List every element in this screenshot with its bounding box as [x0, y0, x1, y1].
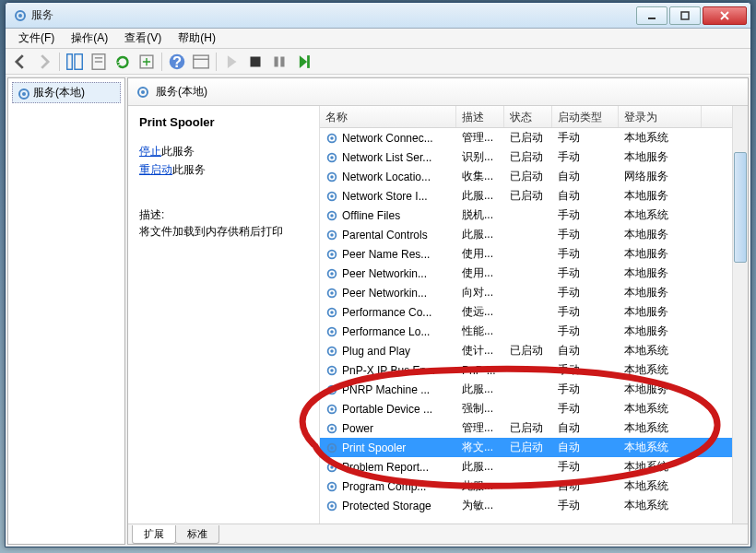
service-row[interactable]: Power管理...已启动自动本地系统	[320, 418, 748, 438]
service-row[interactable]: Offline Files脱机...手动本地系统	[320, 206, 748, 225]
forward-button[interactable]	[33, 51, 55, 73]
show-hide-tree-button[interactable]	[64, 51, 86, 73]
service-row[interactable]: Performance Co...使远...手动本地服务	[320, 302, 748, 322]
cell-startup: 手动	[552, 244, 619, 264]
cell-status: 已启动	[504, 167, 552, 186]
restart-suffix: 此服务	[172, 163, 206, 176]
service-row[interactable]: PNRP Machine ...此服...手动本地服务	[320, 380, 748, 399]
cell-startup: 手动	[552, 399, 619, 418]
list-body[interactable]: Network Connec...管理...已启动手动本地系统Network L…	[320, 128, 748, 524]
cell-startup: 手动	[552, 322, 619, 341]
stop-link[interactable]: 停止	[139, 145, 161, 158]
cell-logon: 本地服务	[619, 283, 702, 302]
service-row[interactable]: Performance Lo...性能...手动本地服务	[320, 322, 748, 341]
menu-action[interactable]: 操作(A)	[64, 29, 115, 48]
col-name[interactable]: 名称	[320, 106, 456, 127]
cell-status	[504, 272, 552, 276]
cell-desc: 使用...	[456, 264, 504, 283]
toolbar-separator	[216, 53, 217, 71]
cell-logon: 本地系统	[619, 496, 702, 515]
cell-status: 已启动	[504, 418, 552, 438]
service-row[interactable]: Program Comp...此服...自动本地系统	[320, 477, 748, 496]
col-status[interactable]: 状态	[504, 106, 552, 127]
cell-status	[504, 214, 552, 218]
gear-icon	[325, 325, 338, 338]
service-row[interactable]: Protected Storage为敏...手动本地系统	[320, 496, 748, 515]
service-row[interactable]: Network Locatio...收集...已启动自动网络服务	[320, 167, 748, 186]
svg-point-45	[330, 349, 334, 353]
svg-point-55	[330, 446, 334, 450]
tree-root-item[interactable]: 服务(本地)	[12, 82, 121, 103]
main-inner: Print Spooler 停止此服务 重启动此服务 描述: 将文件加载到内存供…	[128, 106, 748, 524]
svg-rect-14	[251, 56, 261, 66]
cell-desc: 向对...	[456, 283, 504, 302]
refresh-button[interactable]	[112, 51, 134, 73]
pause-service-button[interactable]	[268, 51, 290, 73]
restart-link[interactable]: 重启动	[139, 163, 172, 176]
window-title: 服务	[31, 7, 636, 23]
service-row[interactable]: Network Connec...管理...已启动手动本地系统	[320, 128, 748, 147]
description-text: 将文件加载到内存供稍后打印	[139, 224, 308, 240]
service-row[interactable]: Portable Device ...强制...手动本地系统	[320, 399, 748, 418]
cell-logon: 本地系统	[619, 360, 702, 380]
gear-icon	[325, 190, 338, 203]
service-row[interactable]: Plug and Play使计...已启动自动本地系统	[320, 341, 748, 360]
console-tree-button[interactable]	[190, 51, 212, 73]
gear-icon	[325, 403, 338, 416]
help-button[interactable]: ?	[166, 51, 188, 73]
svg-point-61	[330, 504, 334, 508]
col-startup[interactable]: 启动类型	[552, 106, 619, 127]
svg-point-59	[330, 485, 334, 488]
gear-icon	[136, 85, 150, 100]
cell-startup: 自动	[552, 341, 619, 360]
back-button[interactable]	[9, 51, 31, 73]
menu-file[interactable]: 文件(F)	[11, 29, 62, 48]
service-row[interactable]: PnP-X IP Bus En...PnP-...手动本地系统	[320, 360, 748, 380]
export-button[interactable]	[136, 51, 158, 73]
service-row[interactable]: Peer Networkin...向对...手动本地服务	[320, 283, 748, 302]
service-row[interactable]: Network Store I...此服...已启动自动本地服务	[320, 186, 748, 206]
gear-icon	[17, 87, 30, 100]
properties-button[interactable]	[88, 51, 110, 73]
tree-root-label: 服务(本地)	[33, 85, 85, 100]
detail-pane: Print Spooler 停止此服务 重启动此服务 描述: 将文件加载到内存供…	[128, 106, 320, 524]
service-row[interactable]: Parental Controls此服...手动本地服务	[320, 225, 748, 244]
close-button[interactable]	[703, 6, 747, 25]
svg-point-23	[330, 136, 334, 140]
minimize-button[interactable]	[636, 6, 667, 25]
start-service-button[interactable]	[220, 51, 242, 73]
cell-startup: 手动	[552, 457, 619, 477]
service-row[interactable]: Network List Ser...识别...已启动手动本地服务	[320, 147, 748, 167]
titlebar[interactable]: 服务	[6, 3, 750, 29]
stop-suffix: 此服务	[161, 145, 195, 158]
menu-view[interactable]: 查看(V)	[117, 29, 169, 48]
menu-help[interactable]: 帮助(H)	[171, 29, 223, 48]
svg-rect-17	[307, 55, 310, 68]
cell-name: PNRP Machine ...	[320, 382, 456, 398]
tab-standard[interactable]: 标准	[175, 525, 219, 544]
stop-service-button[interactable]	[244, 51, 266, 73]
cell-logon: 本地系统	[619, 341, 702, 360]
service-row[interactable]: Problem Report...此服...手动本地系统	[320, 457, 748, 477]
scrollbar[interactable]	[732, 106, 748, 524]
cell-name: Network List Ser...	[320, 149, 456, 166]
toolbar: ?	[6, 49, 750, 75]
maximize-button[interactable]	[669, 6, 701, 25]
service-row[interactable]: Peer Name Res...使用...手动本地服务	[320, 244, 748, 264]
col-desc[interactable]: 描述	[456, 106, 504, 127]
service-row[interactable]: Print Spooler将文...已启动自动本地系统	[320, 438, 748, 457]
svg-point-47	[330, 369, 334, 372]
service-row[interactable]: Peer Networkin...使用...手动本地服务	[320, 264, 748, 283]
scrollbar-thumb[interactable]	[734, 152, 747, 263]
cell-logon: 本地服务	[619, 186, 702, 206]
cell-status	[504, 388, 552, 392]
gear-icon	[325, 229, 338, 241]
tab-extended[interactable]: 扩展	[132, 525, 176, 544]
tree-pane[interactable]: 服务(本地)	[7, 77, 125, 545]
col-logon[interactable]: 登录为	[619, 106, 702, 127]
restart-service-button[interactable]	[292, 51, 314, 73]
svg-point-49	[330, 388, 334, 392]
cell-desc: 管理...	[456, 128, 504, 147]
main-pane: 服务(本地) Print Spooler 停止此服务 重启动此服务 描述: 将文…	[127, 77, 749, 545]
cell-name: Peer Networkin...	[320, 285, 456, 301]
